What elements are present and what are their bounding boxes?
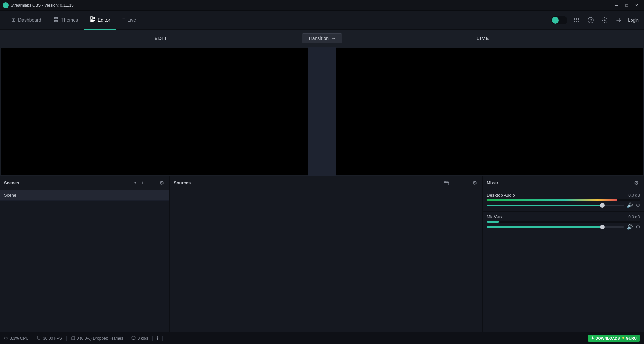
mixer-desktop-mute-icon[interactable]: 🔊 <box>627 202 633 208</box>
scenes-dropdown-icon[interactable]: ▾ <box>134 181 136 185</box>
scenes-panel-title: Scenes <box>4 180 132 185</box>
topnav-right: ? Login <box>551 15 639 25</box>
toggle-switch[interactable] <box>551 16 567 24</box>
cpu-label: 3.3% CPU <box>10 336 29 341</box>
downloads-badge[interactable]: ⬇ DOWNLOADS ✦ GURU <box>588 335 640 342</box>
mixer-desktop-controls: 🔊 ⚙ <box>487 202 640 208</box>
status-frames: 0 (0.0%) Dropped Frames <box>67 336 128 341</box>
fps-label: 30.00 FPS <box>43 336 62 341</box>
mixer-panel: Mixer ⚙ Desktop Audio 0.0 dB <box>483 176 644 332</box>
svg-point-18 <box>604 19 606 21</box>
frames-icon <box>71 336 75 341</box>
scenes-panel: Scenes ▾ + − ⚙ Scene <box>0 176 170 332</box>
transition-middle <box>308 47 336 176</box>
login-label: Login <box>628 17 639 23</box>
mixer-mic-meter-fill <box>487 221 499 223</box>
downloads-dot: ✦ <box>621 336 625 340</box>
svg-rect-20 <box>37 336 41 339</box>
svg-rect-10 <box>574 18 575 20</box>
settings-icon-btn[interactable] <box>600 15 610 25</box>
sources-folder-button[interactable] <box>443 179 450 187</box>
mixer-mic-settings-icon[interactable]: ⚙ <box>636 224 640 230</box>
themes-icon <box>53 16 59 23</box>
mixer-channel-mic-header: Mic/Aux 0.0 dB <box>487 214 640 219</box>
nav-live[interactable]: ≡ Live <box>116 11 142 30</box>
mixer-desktop-meter-fill <box>487 199 617 201</box>
status-info[interactable]: ℹ <box>153 336 163 341</box>
svg-rect-13 <box>574 21 575 22</box>
sources-list <box>170 190 482 332</box>
titlebar-title: Streamlabs OBS - Version: 0.11.15 <box>11 3 74 8</box>
mixer-desktop-meter <box>487 199 640 201</box>
nav-themes-label: Themes <box>61 17 78 23</box>
transition-label: Transition <box>308 36 329 41</box>
svg-rect-9 <box>90 21 94 22</box>
nav-themes[interactable]: Themes <box>47 11 84 30</box>
mixer-desktop-volume-fill <box>487 205 603 206</box>
sources-panel-title: Sources <box>174 180 440 185</box>
nav-dashboard[interactable]: ⊞ Dashboard <box>5 11 47 30</box>
dashboard-icon: ⊞ <box>11 17 16 23</box>
bars-icon-btn[interactable] <box>571 15 582 25</box>
live-icon: ≡ <box>122 17 125 23</box>
scenes-add-button[interactable]: + <box>139 179 146 187</box>
mixer-settings-button[interactable]: ⚙ <box>633 179 640 187</box>
nav-dashboard-label: Dashboard <box>18 17 41 23</box>
toggle-knob <box>552 17 559 24</box>
nav-editor[interactable]: Editor <box>84 11 116 30</box>
mixer-desktop-volume-slider[interactable] <box>487 205 624 206</box>
mixer-mic-db: 0.0 dB <box>628 215 640 219</box>
mixer-panel-header: Mixer ⚙ <box>483 176 644 190</box>
login-icon-btn[interactable] <box>614 15 624 25</box>
preview-area <box>0 47 644 176</box>
scenes-settings-button[interactable]: ⚙ <box>158 179 165 187</box>
scene-item[interactable]: Scene <box>0 190 169 201</box>
live-preview <box>336 48 644 175</box>
mixer-mic-volume-knob[interactable] <box>600 225 605 229</box>
topnav: ⊞ Dashboard Themes Editor ≡ Live <box>0 11 644 30</box>
svg-rect-12 <box>578 18 579 20</box>
scenes-list: Scene <box>0 190 169 332</box>
login-button[interactable]: Login <box>628 17 639 23</box>
downloads-sub: GURU <box>626 336 637 340</box>
svg-text:?: ? <box>590 18 592 23</box>
close-button[interactable]: ✕ <box>632 2 641 9</box>
transition-button[interactable]: Transition → <box>302 33 342 43</box>
edit-label: EDIT <box>0 36 322 41</box>
mixer-desktop-name: Desktop Audio <box>487 193 515 198</box>
mixer-mic-volume-slider[interactable] <box>487 226 624 228</box>
mixer-panel-title: Mixer <box>487 180 630 185</box>
maximize-button[interactable]: □ <box>622 2 631 9</box>
mixer-panel-actions: ⚙ <box>633 179 640 187</box>
network-icon <box>131 336 136 341</box>
sources-remove-button[interactable]: − <box>462 179 469 187</box>
mixer-desktop-settings-icon[interactable]: ⚙ <box>636 202 640 208</box>
sources-panel: Sources + − ⚙ <box>170 176 483 332</box>
mixer-desktop-volume-knob[interactable] <box>600 203 605 208</box>
status-cpu: ⚙ 3.3% CPU <box>4 336 33 341</box>
scenes-remove-button[interactable]: − <box>148 179 156 187</box>
frames-label: 0 (0.0%) Dropped Frames <box>77 336 123 341</box>
editor-icon <box>90 16 95 23</box>
minimize-button[interactable]: ─ <box>612 2 621 9</box>
svg-rect-6 <box>93 17 95 18</box>
svg-rect-1 <box>54 17 56 19</box>
svg-rect-2 <box>56 17 58 19</box>
mixer-mic-name: Mic/Aux <box>487 214 502 219</box>
svg-rect-11 <box>576 18 577 20</box>
titlebar: Streamlabs OBS - Version: 0.11.15 ─ □ ✕ <box>0 0 644 11</box>
cpu-icon: ⚙ <box>4 336 8 341</box>
scenes-panel-header: Scenes ▾ + − ⚙ <box>0 176 169 190</box>
app-icon <box>3 2 9 8</box>
svg-rect-14 <box>576 21 577 22</box>
live-label: LIVE <box>322 36 644 41</box>
sources-add-button[interactable]: + <box>452 179 460 187</box>
bottom-panels: Scenes ▾ + − ⚙ Scene Sources + <box>0 176 644 332</box>
mixer-channel-desktop: Desktop Audio 0.0 dB 🔊 ⚙ <box>483 190 644 212</box>
sources-settings-button[interactable]: ⚙ <box>471 179 478 187</box>
statusbar: ⚙ 3.3% CPU 30.00 FPS 0 (0.0%) Dropped Fr… <box>0 332 644 344</box>
mixer-mic-controls: 🔊 ⚙ <box>487 224 640 230</box>
help-icon-btn[interactable]: ? <box>586 15 596 25</box>
mixer-mic-mute-icon[interactable]: 🔊 <box>627 224 633 230</box>
svg-rect-15 <box>578 21 579 22</box>
